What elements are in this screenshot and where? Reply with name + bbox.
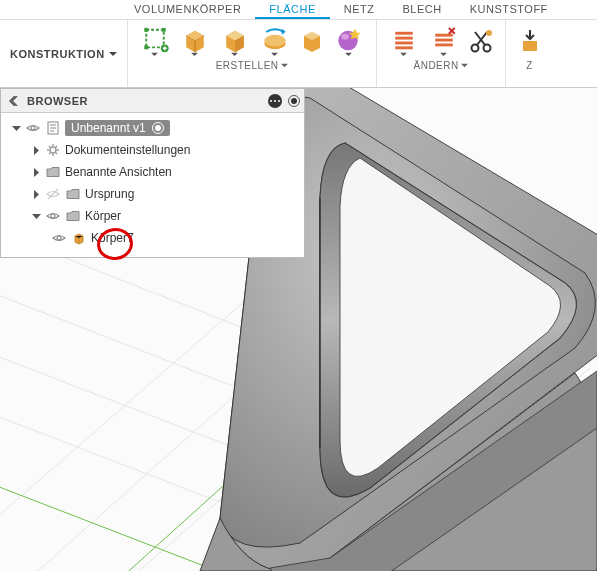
extrude-button[interactable] xyxy=(178,24,212,58)
svg-rect-3 xyxy=(144,45,148,49)
revolve-button[interactable] xyxy=(218,24,252,58)
tab-flaeche[interactable]: FLÄCHE xyxy=(255,0,329,19)
svg-point-36 xyxy=(51,214,55,218)
browser-pin-toggle[interactable] xyxy=(288,95,300,107)
ursprung-label: Ursprung xyxy=(85,187,134,201)
svg-point-35 xyxy=(50,147,56,153)
folder-icon xyxy=(45,164,61,180)
erstellen-text: ERSTELLEN xyxy=(216,60,279,71)
svg-point-9 xyxy=(341,34,349,40)
caret-down-icon xyxy=(281,62,288,69)
sweep-button[interactable] xyxy=(258,24,292,58)
tree-node-document[interactable]: Unbenannt v1 xyxy=(5,117,304,139)
browser-options-button[interactable] xyxy=(268,94,282,108)
svg-rect-2 xyxy=(161,28,165,32)
press-pull-button[interactable] xyxy=(387,24,421,58)
konstruktion-dropdown[interactable]: KONSTRUKTION xyxy=(0,20,128,87)
visibility-toggle[interactable] xyxy=(51,230,67,246)
document-name-chip[interactable]: Unbenannt v1 xyxy=(65,120,170,136)
extrude-icon xyxy=(180,24,210,53)
svg-point-17 xyxy=(471,45,478,52)
group-label-aendern[interactable]: ÄNDERN xyxy=(413,60,467,71)
svg-point-7 xyxy=(264,35,285,47)
visibility-toggle-off[interactable] xyxy=(45,186,61,202)
tab-volumenkoerper[interactable]: VOLUMENKÖRPER xyxy=(120,0,255,19)
dokeinst-label: Dokumenteinstellungen xyxy=(65,143,190,157)
konstruktion-label: KONSTRUKTION xyxy=(10,48,105,60)
sketch-create-button[interactable] xyxy=(138,24,172,58)
document-icon xyxy=(45,120,61,136)
activate-dot-icon[interactable] xyxy=(152,122,164,134)
trim-button[interactable] xyxy=(467,24,495,58)
stack-x-icon xyxy=(429,24,459,53)
caret-down-icon xyxy=(440,51,447,58)
gear-icon xyxy=(45,142,61,158)
caret-down-icon xyxy=(461,62,468,69)
svg-rect-16 xyxy=(435,43,453,46)
caret-down-icon xyxy=(191,51,198,58)
loft-button[interactable] xyxy=(298,24,326,58)
group-label-erstellen[interactable]: ERSTELLEN xyxy=(216,60,288,71)
caret-down-icon xyxy=(345,51,352,58)
create-form-button[interactable] xyxy=(332,24,366,58)
svg-point-18 xyxy=(483,45,490,52)
svg-point-19 xyxy=(486,30,492,36)
tree-node-koerper[interactable]: Körper xyxy=(5,205,304,227)
browser-title: BROWSER xyxy=(23,95,264,107)
collapse-left-button[interactable] xyxy=(5,93,21,109)
aendern-text: ÄNDERN xyxy=(413,60,458,71)
svg-rect-10 xyxy=(395,32,413,35)
browser-panel: BROWSER Unbenannt v1 Dokumenteinstellung… xyxy=(0,88,305,258)
svg-point-33 xyxy=(31,126,35,130)
document-name-text: Unbenannt v1 xyxy=(71,121,146,135)
tree-node-koerper7[interactable]: Körper7 xyxy=(5,227,304,249)
svg-rect-11 xyxy=(395,37,413,40)
ansichten-label: Benannte Ansichten xyxy=(65,165,172,179)
caret-down-icon xyxy=(231,51,238,58)
browser-header: BROWSER xyxy=(1,89,304,113)
viewport-3d[interactable]: BROWSER Unbenannt v1 Dokumenteinstellung… xyxy=(0,88,597,571)
visibility-toggle[interactable] xyxy=(45,208,61,224)
tab-netz[interactable]: NETZ xyxy=(330,0,389,19)
visibility-toggle[interactable] xyxy=(25,120,41,136)
twisty-closed-icon[interactable] xyxy=(31,189,41,199)
tree-node-ansichten[interactable]: Benannte Ansichten xyxy=(5,161,304,183)
chevron-left-icon xyxy=(8,96,18,106)
tab-blech[interactable]: BLECH xyxy=(389,0,456,19)
svg-rect-12 xyxy=(395,42,413,45)
twisty-open-icon[interactable] xyxy=(31,211,41,221)
folder-icon xyxy=(65,208,81,224)
sketch-icon xyxy=(140,24,170,53)
group-label-z: Z xyxy=(526,60,533,71)
loft-icon xyxy=(300,26,324,56)
caret-down-icon xyxy=(271,51,278,58)
caret-down-icon xyxy=(400,51,407,58)
svg-rect-13 xyxy=(395,46,413,49)
svg-rect-14 xyxy=(435,34,453,37)
caret-down-icon xyxy=(151,51,158,58)
twisty-closed-icon[interactable] xyxy=(31,167,41,177)
koerper7-label: Körper7 xyxy=(91,231,134,245)
stack-icon xyxy=(389,24,419,53)
caret-down-icon xyxy=(109,50,117,58)
body-type-icon xyxy=(71,230,87,246)
browser-tree: Unbenannt v1 Dokumenteinstellungen Benan… xyxy=(1,113,304,257)
fillet-button[interactable] xyxy=(427,24,461,58)
z-text: Z xyxy=(526,60,533,71)
svg-rect-1 xyxy=(144,28,148,32)
tree-node-ursprung[interactable]: Ursprung xyxy=(5,183,304,205)
box-icon xyxy=(220,24,250,53)
twisty-open-icon[interactable] xyxy=(11,123,21,133)
svg-rect-20 xyxy=(523,41,537,51)
twisty-closed-icon[interactable] xyxy=(31,145,41,155)
koerper-label: Körper xyxy=(85,209,121,223)
sphere-star-icon xyxy=(334,24,364,53)
align-icon xyxy=(518,26,542,56)
folder-icon xyxy=(65,186,81,202)
tree-node-dokeinst[interactable]: Dokumenteinstellungen xyxy=(5,139,304,161)
scissors-icon xyxy=(468,26,494,56)
svg-point-37 xyxy=(57,236,61,240)
assemble-button[interactable] xyxy=(516,24,544,58)
tab-kunststoff[interactable]: KUNSTSTOFF xyxy=(456,0,562,19)
svg-rect-0 xyxy=(146,30,164,48)
